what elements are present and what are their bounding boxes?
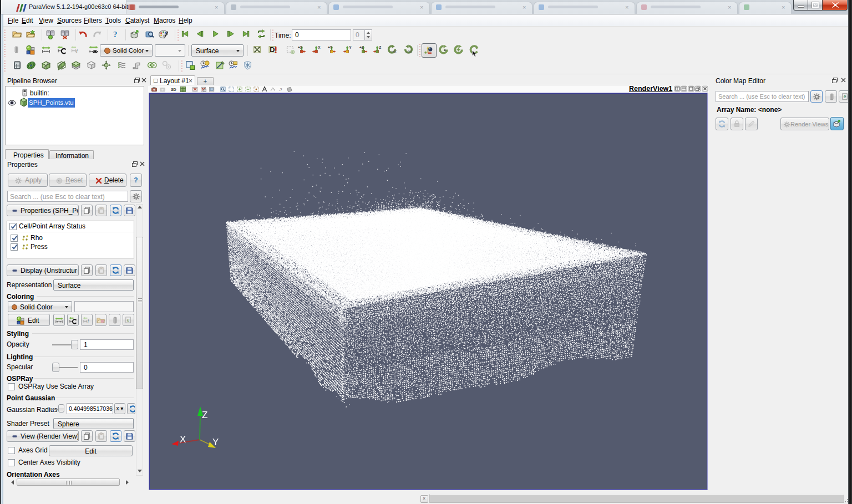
- svg-text:+X: +X: [298, 45, 303, 49]
- svg-text:3D: 3D: [171, 87, 176, 92]
- svg-text:e: e: [127, 317, 130, 323]
- svg-text:t: t: [76, 47, 78, 54]
- svg-text:e: e: [844, 94, 846, 99]
- svg-text:+Y: +Y: [328, 45, 333, 49]
- svg-text:-Y: -Y: [348, 45, 352, 49]
- svg-text:-Z: -Z: [378, 45, 381, 49]
- svg-text:Y: Y: [212, 437, 219, 447]
- svg-text:-90: -90: [406, 49, 412, 54]
- svg-text:?: ?: [113, 30, 118, 39]
- svg-text:-X: -X: [317, 45, 321, 49]
- svg-text:.?: .?: [279, 87, 282, 92]
- svg-text:D: D: [270, 45, 275, 54]
- svg-text:Z: Z: [202, 410, 207, 420]
- svg-text:X: X: [180, 434, 186, 445]
- svg-text:+Z: +Z: [359, 45, 364, 49]
- svg-text:t: t: [87, 318, 89, 324]
- svg-text:+90: +90: [390, 49, 397, 54]
